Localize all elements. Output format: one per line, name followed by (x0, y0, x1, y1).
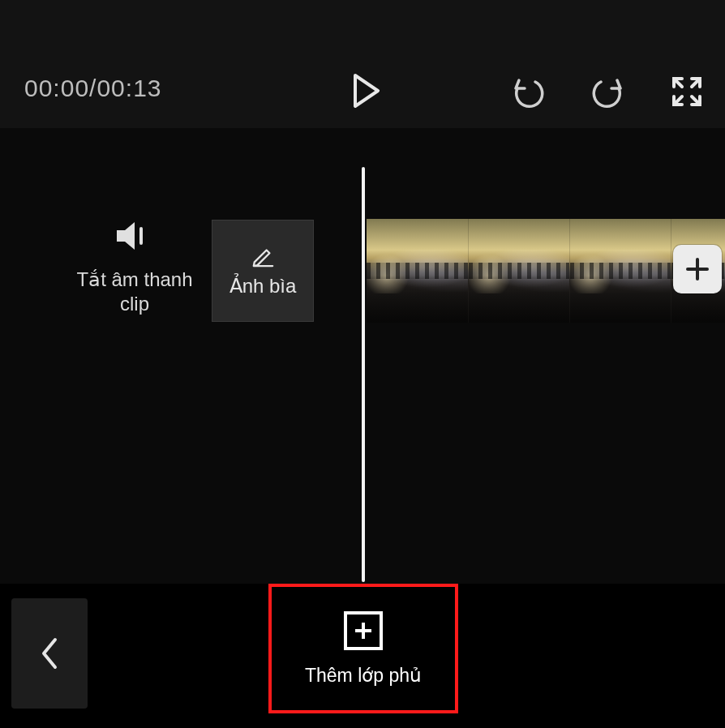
bottom-toolbar: Thêm lớp phủ (0, 584, 725, 728)
clip-frame[interactable] (468, 219, 569, 323)
overlay-plus-icon (344, 611, 383, 650)
back-button[interactable] (11, 598, 88, 709)
playhead[interactable] (362, 167, 365, 582)
current-time: 00:00 (24, 75, 89, 101)
mute-label-line2: clip (62, 292, 208, 316)
fullscreen-icon (671, 75, 703, 108)
chevron-left-icon (37, 635, 62, 672)
play-icon (352, 74, 381, 108)
redo-button[interactable] (586, 70, 629, 113)
add-overlay-button[interactable]: Thêm lớp phủ (268, 584, 458, 713)
mute-label-line1: Tắt âm thanh (62, 268, 208, 292)
plus-icon (684, 255, 711, 283)
undo-button[interactable] (507, 70, 551, 113)
undo-icon (511, 74, 547, 109)
total-time: 00:13 (97, 75, 161, 101)
cover-label: Ảnh bìa (230, 275, 297, 298)
mute-clip-button[interactable]: Tắt âm thanh clip (62, 219, 208, 316)
video-clip-track[interactable] (367, 219, 725, 323)
play-button[interactable] (345, 70, 388, 112)
top-toolbar: 00:00/00:13 (0, 0, 725, 128)
speaker-mute-icon (62, 219, 208, 253)
fullscreen-button[interactable] (665, 70, 709, 113)
redo-icon (590, 74, 625, 109)
cover-image-button[interactable]: Ảnh bìa (212, 220, 314, 322)
clip-frame[interactable] (569, 219, 671, 323)
clip-frame[interactable] (367, 219, 468, 323)
add-clip-button[interactable] (673, 245, 722, 293)
pencil-icon (251, 244, 274, 267)
add-overlay-label: Thêm lớp phủ (305, 665, 422, 687)
timecode-display: 00:00/00:13 (24, 75, 162, 102)
video-editor-screen: 00:00/00:13 (0, 0, 725, 728)
